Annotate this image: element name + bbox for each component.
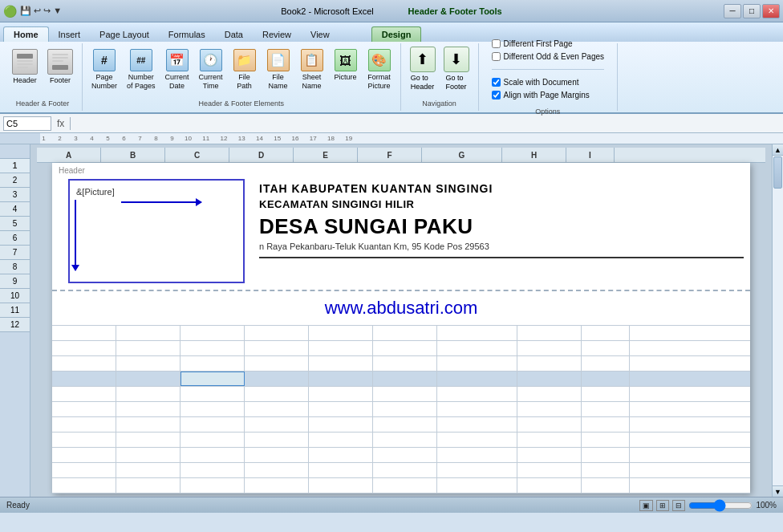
cell-d10[interactable]	[245, 448, 309, 462]
cell-e6[interactable]	[309, 387, 373, 401]
cell-d11[interactable]	[245, 463, 309, 477]
cell-e10[interactable]	[309, 448, 373, 462]
cell-c12[interactable]	[181, 478, 245, 493]
cell-c3[interactable]	[181, 341, 245, 355]
cell-e3[interactable]	[309, 341, 373, 355]
tab-review[interactable]: Review	[253, 27, 301, 42]
cell-e11[interactable]	[309, 463, 373, 477]
vertical-scrollbar[interactable]: ▲ ▼	[772, 144, 783, 497]
cell-e2[interactable]	[309, 326, 373, 340]
file-path-button[interactable]: 📁 FilePath	[229, 47, 261, 93]
cell-d8[interactable]	[245, 417, 309, 432]
cell-a10[interactable]	[52, 448, 116, 462]
col-header-i[interactable]: I	[566, 148, 615, 162]
cell-i11[interactable]	[582, 463, 630, 477]
cell-c10[interactable]	[181, 448, 245, 462]
col-header-d[interactable]: D	[229, 148, 294, 162]
cell-e8[interactable]	[309, 417, 373, 432]
cell-f3[interactable]	[373, 341, 437, 355]
cell-d7[interactable]	[245, 402, 309, 416]
file-name-button[interactable]: 📄 FileName	[262, 47, 294, 93]
cell-g8[interactable]	[437, 417, 517, 432]
col-header-h[interactable]: H	[502, 148, 566, 162]
cell-g12[interactable]	[437, 478, 517, 493]
cell-i5[interactable]	[582, 372, 630, 386]
cell-h8[interactable]	[517, 417, 582, 432]
cell-f5[interactable]	[373, 372, 437, 386]
cell-d3[interactable]	[245, 341, 309, 355]
minimize-button[interactable]: ─	[724, 4, 741, 18]
cell-h7[interactable]	[517, 402, 582, 416]
cell-c11[interactable]	[181, 463, 245, 477]
cell-i6[interactable]	[582, 387, 630, 401]
tab-design[interactable]: Design	[371, 26, 422, 42]
cell-i12[interactable]	[582, 478, 630, 493]
cell-f4[interactable]	[373, 356, 437, 371]
header-section[interactable]: Header &[Picture]	[52, 163, 750, 291]
cell-i8[interactable]	[582, 417, 630, 432]
footer-button[interactable]: Footer	[43, 47, 77, 87]
cell-g10[interactable]	[437, 448, 517, 462]
cell-d4[interactable]	[245, 356, 309, 371]
format-picture-button[interactable]: 🎨 FormatPicture	[363, 47, 396, 93]
page-layout-view-icon[interactable]: ⊞	[656, 500, 669, 511]
cell-i7[interactable]	[582, 402, 630, 416]
name-box[interactable]	[3, 116, 51, 131]
cell-g3[interactable]	[437, 341, 517, 355]
maximize-button[interactable]: □	[743, 4, 761, 18]
cell-b11[interactable]	[116, 463, 181, 477]
cell-e7[interactable]	[309, 402, 373, 416]
different-odd-even-checkbox[interactable]: Different Odd & Even Pages	[492, 52, 604, 61]
cell-a5[interactable]	[52, 372, 116, 386]
cell-a11[interactable]	[52, 463, 116, 477]
normal-view-icon[interactable]: ▣	[639, 500, 653, 511]
cell-e12[interactable]	[309, 478, 373, 493]
num-pages-button[interactable]: ## Numberof Pages	[123, 47, 160, 93]
cell-a7[interactable]	[52, 402, 116, 416]
cell-h4[interactable]	[517, 356, 582, 371]
cell-i9[interactable]	[582, 433, 630, 447]
cell-d9[interactable]	[245, 433, 309, 447]
current-time-button[interactable]: 🕐 CurrentTime	[195, 47, 227, 93]
page-break-view-icon[interactable]: ⊟	[672, 500, 685, 511]
cell-d12[interactable]	[245, 478, 309, 493]
cell-g9[interactable]	[437, 433, 517, 447]
cell-e4[interactable]	[309, 356, 373, 371]
cell-b5[interactable]	[116, 372, 181, 386]
title-controls[interactable]: ─ □ ✕	[724, 4, 780, 18]
cell-b7[interactable]	[116, 402, 181, 416]
cell-b2[interactable]	[116, 326, 181, 340]
cell-g6[interactable]	[437, 387, 517, 401]
cell-g4[interactable]	[437, 356, 517, 371]
cell-f12[interactable]	[373, 478, 437, 493]
cell-h5[interactable]	[517, 372, 582, 386]
tab-formulas[interactable]: Formulas	[159, 27, 215, 42]
cell-b3[interactable]	[116, 341, 181, 355]
cell-g11[interactable]	[437, 463, 517, 477]
cell-a8[interactable]	[52, 417, 116, 432]
cell-i10[interactable]	[582, 448, 630, 462]
cell-d2[interactable]	[245, 326, 309, 340]
cell-h2[interactable]	[517, 326, 582, 340]
cell-f6[interactable]	[373, 387, 437, 401]
cell-h9[interactable]	[517, 433, 582, 447]
cell-a4[interactable]	[52, 356, 116, 371]
col-header-f[interactable]: F	[358, 148, 422, 162]
goto-footer-button[interactable]: ⬇ Go toFooter	[441, 47, 472, 91]
align-with-margins-checkbox[interactable]: Align with Page Margins	[492, 91, 604, 99]
cell-b6[interactable]	[116, 387, 181, 401]
col-header-c[interactable]: C	[165, 148, 229, 162]
col-header-e[interactable]: E	[294, 148, 358, 162]
col-header-g[interactable]: G	[422, 148, 502, 162]
cell-g7[interactable]	[437, 402, 517, 416]
cell-c4[interactable]	[181, 356, 245, 371]
header-button[interactable]: Header	[8, 47, 42, 87]
cell-e9[interactable]	[309, 433, 373, 447]
cell-b12[interactable]	[116, 478, 181, 493]
cell-f7[interactable]	[373, 402, 437, 416]
cell-g2[interactable]	[437, 326, 517, 340]
cell-b9[interactable]	[116, 433, 181, 447]
scroll-down-button[interactable]: ▼	[773, 485, 783, 497]
cell-e5[interactable]	[309, 372, 373, 386]
col-header-b[interactable]: B	[101, 148, 165, 162]
